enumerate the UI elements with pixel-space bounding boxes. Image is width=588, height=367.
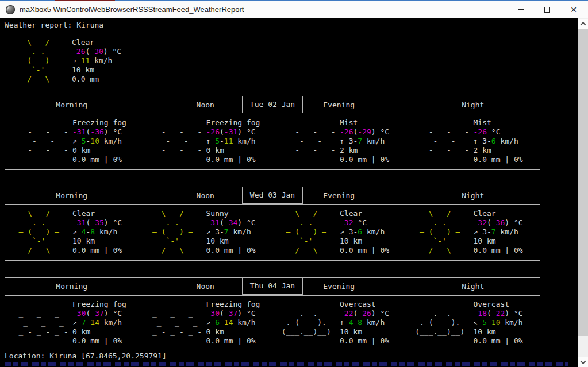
weather-details: Overcast-22(-26) °C↑ 4-8 km/h10 km0.0 mm…: [340, 300, 389, 351]
weather-details: Clear-32(-36) °C↗ 3-7 km/h10 km0.0 mm | …: [474, 209, 523, 260]
forecast-cell-noon: _ - _ - _ - _ - _ - _ _ - _ - _ - Freezi…: [139, 114, 273, 169]
precipitation-text: 0.0 mm: [72, 75, 121, 84]
precipitation-text: 0.0 mm | 0%: [72, 155, 126, 164]
sun-art: \ / .-. ― ( ) ― `-' / \: [272, 209, 340, 260]
fog-art: _ - _ - _ - _ - _ - _ _ - _ - _ -: [406, 118, 474, 169]
window-controls: ✕: [508, 1, 587, 18]
forecast-day: Thu 04 JanMorningNoonEveningNight _ - _ …: [5, 277, 540, 360]
temperature-text: -26(-31) °C: [206, 128, 260, 137]
precipitation-text: 0.0 mm | 0%: [340, 337, 389, 346]
temperature-text: -30(-37) °C: [72, 309, 126, 318]
cloud-art: .--. .-( ). (___.__)__): [406, 300, 474, 351]
forecast-cell-evening: .--. .-( ). (___.__)__) Overcast-22(-26)…: [272, 296, 406, 351]
visibility-text: 0 km: [72, 327, 126, 337]
visibility-text: 2 km: [474, 146, 523, 155]
visibility-text: 10 km: [474, 327, 523, 337]
forecast-cell-morning: \ / .-. ― ( ) ― `-' / \Clear-31(-35) °C↗…: [5, 205, 139, 260]
condition-text: Sunny: [206, 209, 256, 218]
sun-art: \ / .-. ― ( ) ― `-' / \: [139, 209, 206, 260]
fog-art: _ - _ - _ - _ - _ - _ _ - _ - _ -: [139, 118, 206, 169]
chevron-up-icon: [581, 22, 586, 28]
condition-text: Overcast: [474, 300, 523, 309]
weather-details: Overcast-18(-22) °C↖ 5-10 km/h10 km0.0 m…: [474, 300, 523, 351]
title-bar[interactable]: maXbox5 WinControlWebBrowserRSSStreamFee…: [0, 1, 588, 18]
cloud-art: .--. .-( ). (___.__)__): [272, 300, 340, 351]
forecast-cell-evening: _ - _ - _ - _ - _ - _ _ - _ - _ - Mist-2…: [272, 114, 406, 169]
weather-details: Freezing fog-30(-37) °C↗ 6-14 km/h0 km0.…: [206, 300, 260, 351]
forecast-cell-morning: _ - _ - _ - _ - _ - _ _ - _ - _ - Freezi…: [5, 114, 139, 169]
condition-text: Overcast: [340, 300, 389, 309]
precipitation-text: 0.0 mm | 0%: [340, 246, 389, 255]
wind-text: ↑ 5-11 km/h: [206, 137, 260, 146]
wind-text: ↗ 3-7 km/h: [474, 227, 523, 237]
clipped-text-line: [5, 362, 568, 366]
scroll-down-button[interactable]: [578, 357, 588, 367]
forecast-cell-night: _ - _ - _ - _ - _ - _ _ - _ - _ - Mist-2…: [406, 114, 540, 169]
day-date-tab: Thu 04 Jan: [242, 277, 303, 295]
forecast-cell-noon: \ / .-. ― ( ) ― `-' / \Sunny-31(-34) °C↗…: [139, 205, 273, 260]
visibility-text: 0 km: [206, 327, 260, 337]
condition-text: Clear: [340, 209, 389, 218]
maximize-icon: [544, 7, 550, 13]
fog-art: _ - _ - _ - _ - _ - _ _ - _ - _ -: [5, 118, 72, 169]
condition-text: Freezing fog: [72, 118, 126, 128]
period-header-night: Night: [406, 96, 540, 114]
period-header-night: Night: [406, 187, 540, 204]
temperature-text: -32(-36) °C: [474, 218, 523, 227]
period-header-morning: Morning: [5, 187, 139, 204]
temperature-text: -30(-37) °C: [206, 309, 260, 318]
forecast-cell-night: \ / .-. ― ( ) ― `-' / \Clear-32(-36) °C↗…: [406, 205, 540, 260]
fog-art: _ - _ - _ - _ - _ - _ _ - _ - _ -: [5, 300, 72, 351]
precipitation-text: 0.0 mm | 0%: [72, 246, 122, 255]
visibility-text: 0 km: [72, 146, 126, 155]
weather-details: Sunny-31(-34) °C↗ 3-7 km/h10 km0.0 mm | …: [206, 209, 256, 260]
weather-details: Clear-31(-35) °C↗ 4-8 km/h10 km0.0 mm | …: [72, 209, 122, 260]
wind-text: ↑ 3-6 km/h: [474, 137, 523, 146]
minimize-icon: [518, 9, 524, 10]
wind-text: ↗ 6-14 km/h: [206, 318, 260, 327]
condition-text: Clear: [72, 209, 122, 218]
temperature-text: -26(-30) °C: [72, 47, 121, 56]
weather-details: Clear-32 °C↗ 3-6 km/h10 km0.0 mm | 0%: [340, 209, 389, 260]
temperature-text: -22(-26) °C: [340, 309, 389, 318]
precipitation-text: 0.0 mm | 0%: [474, 246, 523, 255]
close-button[interactable]: ✕: [560, 1, 587, 18]
current-conditions: \ / .-. ― ( ) ― `-' / \Clear-26(-30) °C→…: [5, 38, 121, 84]
weather-details: Mist-26(-29) °C↑ 3-7 km/h2 km0.0 mm | 0%: [340, 118, 389, 169]
precipitation-text: 0.0 mm | 0%: [206, 246, 256, 255]
visibility-text: 10 km: [206, 237, 256, 246]
app-icon[interactable]: [6, 5, 15, 14]
wind-text: → 11 km/h: [72, 56, 121, 65]
temperature-text: -26(-29) °C: [340, 128, 389, 137]
window-title: maXbox5 WinControlWebBrowserRSSStreamFee…: [20, 5, 508, 14]
weather-details: Mist-26 °C↑ 3-6 km/h2 km0.0 mm | 0%: [474, 118, 523, 169]
forecast-day: Tue 02 JanMorningNoonEveningNight _ - _ …: [5, 96, 540, 178]
precipitation-text: 0.0 mm | 0%: [340, 155, 389, 164]
forecast-cell-noon: _ - _ - _ - _ - _ - _ _ - _ - _ - Freezi…: [139, 296, 273, 351]
wind-text: ↗ 7-14 km/h: [72, 318, 126, 327]
scrollbar-thumb[interactable]: [578, 29, 588, 336]
scroll-up-button[interactable]: [578, 19, 588, 29]
chevron-down-icon: [581, 358, 586, 364]
condition-text: Clear: [72, 38, 121, 47]
period-header-morning: Morning: [5, 278, 139, 295]
sun-art: \ / .-. ― ( ) ― `-' / \: [5, 38, 72, 84]
wind-text: ↗ 5-10 km/h: [72, 137, 126, 146]
fog-art: _ - _ - _ - _ - _ - _ _ - _ - _ -: [139, 300, 206, 351]
weather-details: Freezing fog-30(-37) °C↗ 7-14 km/h0 km0.…: [72, 300, 126, 351]
wind-text: ↖ 5-10 km/h: [474, 318, 523, 327]
day-date-tab: Tue 02 Jan: [242, 96, 303, 113]
temperature-text: -26 °C: [474, 128, 523, 137]
temperature-text: -31(-36) °C: [72, 128, 126, 137]
forecast-day: Wed 03 JanMorningNoonEveningNight \ / .-…: [5, 187, 540, 269]
minimize-button[interactable]: [508, 1, 534, 18]
visibility-text: 10 km: [340, 327, 389, 337]
condition-text: Clear: [474, 209, 523, 218]
maximize-button[interactable]: [534, 1, 560, 18]
forecast-days: Tue 02 JanMorningNoonEveningNight _ - _ …: [5, 87, 540, 367]
wind-text: ↑ 3-7 km/h: [340, 137, 389, 146]
visibility-text: 10 km: [340, 237, 389, 246]
vertical-scrollbar[interactable]: [578, 18, 588, 367]
close-icon: ✕: [570, 6, 577, 14]
precipitation-text: 0.0 mm | 0%: [474, 155, 523, 164]
